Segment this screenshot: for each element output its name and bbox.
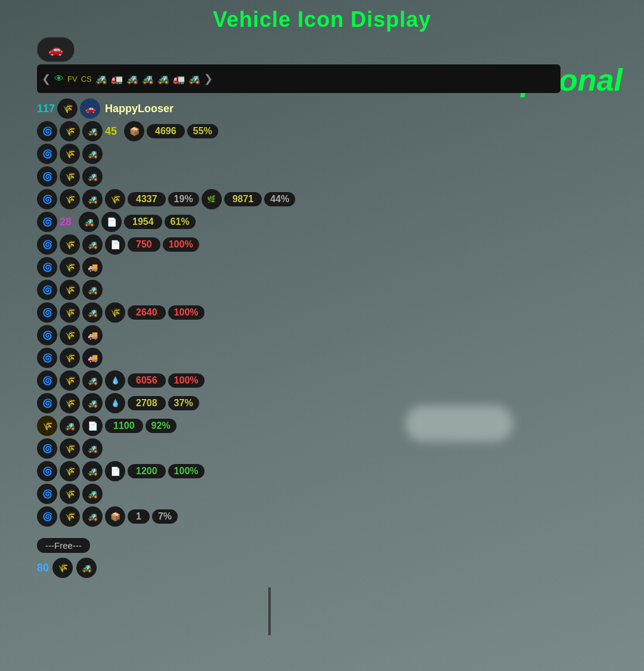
status-icon: 🌀 [37,212,57,232]
status-icon: 🌀 [37,166,57,187]
free-section: ---Free--- 80 🌾 🚜 [37,538,383,578]
vehicle-icon: 🚜 [82,166,103,187]
vehicle-icon: 🚜 [82,121,103,141]
vehicle-icon: 🚜 [79,212,99,232]
status-icon: 🌀 [37,280,57,300]
cargo-type-icon: 📄 [82,416,103,436]
table-row: 🌀 🌾 🚜 [37,483,383,505]
table-row: 🌀 🌾 🚚 [37,324,383,346]
vehicle-icon: 🚜 [82,302,103,323]
pct-display: 100% [168,464,205,478]
toolbar-fv-label[interactable]: FV [67,75,78,84]
toolbar-icon2[interactable]: 🚛 [111,73,123,85]
row-id: 28 [60,216,76,228]
toolbar-cs-label[interactable]: CS [81,75,92,84]
status-icon: 🌀 [37,506,57,527]
table-row: 🌀 🌾 🚜 📦 1 7% [37,506,383,527]
cargo-icon: 🌾 [60,370,80,391]
pct-display: 19% [168,192,199,206]
table-row: 🌀 🌾 🚜 💧 2708 37% [37,392,383,414]
table-row: 🌀 🌾 🚜 45 📦 4696 55% [37,120,383,142]
vehicle-icon: 🚚 [82,348,103,368]
vehicle-icon: 🚜 [82,438,103,459]
vehicle-icon: 🚜 [82,484,103,504]
value-display: 1 [128,509,150,524]
cargo-type-icon: 📄 [105,234,125,255]
toolbar-eye-icon[interactable]: 👁 [54,73,64,84]
extra-value-display: 9871 [224,192,262,206]
pct-display: 100% [168,305,205,320]
table-row: 🌀 28 🚜 📄 1954 61% [37,211,383,233]
status-icon: 🌀 [37,461,57,481]
table-row: 🌀 🌾 🚜 [37,143,383,165]
value-display: 1200 [128,464,166,478]
status-icon: 🌀 [37,348,57,368]
vehicle-icon: 🚜 [82,393,103,413]
antenna-decoration [268,587,271,635]
vehicle-icon: 🚜 [82,189,103,209]
player-icon1: 🌾 [57,98,78,119]
pct-display: 7% [152,509,178,524]
free-player-row: 80 🌾 🚜 [37,558,383,578]
vehicle-panel: 117 🌾 🚗 HappyLooser 🌀 🌾 🚜 45 📦 4696 55% … [37,98,383,578]
vehicle-icon: 🚜 [82,506,103,527]
toolbar-right-arrow[interactable]: ❯ [204,72,213,85]
vehicle-icon: 🚜 [82,280,103,300]
toolbar-icon3[interactable]: 🚜 [126,73,138,85]
cargo-icon: 🌾 [60,234,80,255]
vehicle-icon: 🚜 [82,144,103,164]
cargo-icon: 🌾 [60,280,80,300]
cargo-icon: 🌾 [60,393,80,413]
cargo-type-icon: 🌾 [105,189,125,209]
table-row: 🌀 🌾 🚜 [37,438,383,459]
toolbar-left-arrow[interactable]: ❮ [42,72,51,85]
value-display: 4337 [128,192,166,206]
table-row: 🌀 🌾 🚜 💧 6056 100% [37,370,383,391]
value-display: 2708 [128,396,166,410]
toolbar-icon7[interactable]: 🚜 [188,73,200,85]
cargo-type-icon: 💧 [105,370,125,391]
page-title: Vehicle Icon Display [0,0,644,32]
cargo-type-icon: 🌾 [105,302,125,323]
vehicle-icon: 🚚 [82,325,103,345]
vehicle-icon: 🚜 [82,234,103,255]
cargo-icon: 🌾 [60,484,80,504]
player-header-row: 117 🌾 🚗 HappyLooser [37,98,383,119]
cargo-icon: 🌾 [60,302,80,323]
toolbar-icon6[interactable]: 🚛 [173,73,185,85]
status-icon: 🌀 [37,144,57,164]
cargo-type-icon: 📄 [101,212,122,232]
value-display: 6056 [128,373,166,388]
toolbar-icon5[interactable]: 🚜 [157,73,169,85]
status-icon: 🌀 [37,438,57,459]
player-id: 117 [37,103,55,115]
status-icon-yellow: 🌾 [37,416,57,436]
status-icon: 🌀 [37,302,57,323]
table-row: 🌀 🌾 🚚 [37,347,383,369]
status-icon: 🌀 [37,189,57,209]
cargo-icon: 🌾 [60,325,80,345]
car-button[interactable]: 🚗 [37,37,75,62]
toolbar-icon1[interactable]: 🚜 [95,73,107,85]
row-id: 45 [105,125,122,138]
free-cargo-icon: 🌾 [52,558,73,578]
cargo-icon: 🌾 [60,166,80,187]
status-icon: 🌀 [37,257,57,277]
pct-display: 37% [168,396,199,410]
cargo-type-icon: 📦 [105,506,125,527]
table-row: 🌀 🌾 🚜 [37,166,383,187]
pct-display: 61% [165,215,196,229]
table-row: 🌀 🌾 🚜 📄 1200 100% [37,460,383,482]
status-icon: 🌀 [37,234,57,255]
table-row: 🌀 🌾 🚜 [37,279,383,301]
toolbar-icon4[interactable]: 🚜 [142,73,154,85]
table-row: 🌀 🌾 🚜 🌾 4337 19% 🌿 9871 44% [37,188,383,210]
table-row: 🌀 🌾 🚜 🌾 2640 100% [37,302,383,323]
extra-pct-display: 44% [264,192,295,206]
value-display: 1954 [124,215,162,229]
cloud-decoration [405,406,513,441]
table-row: 🌀 🌾 🚚 [37,256,383,278]
cargo-icon: 🌾 [60,461,80,481]
free-player-id: 80 [37,562,49,574]
pct-display: 55% [187,124,218,138]
